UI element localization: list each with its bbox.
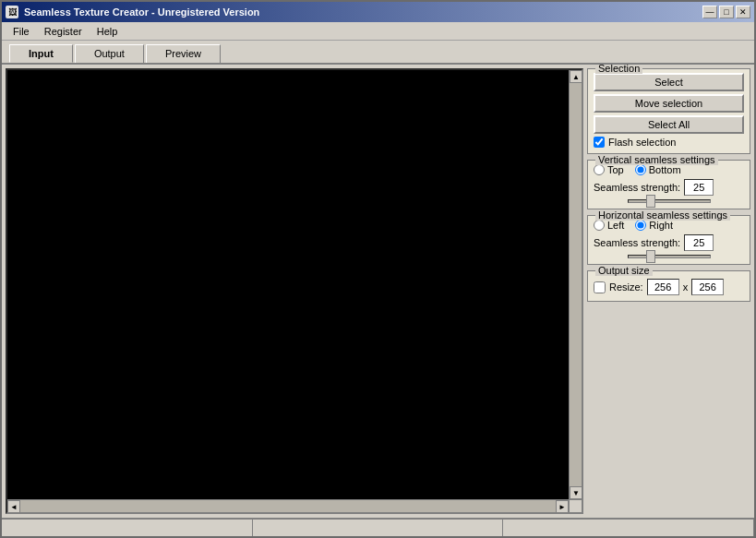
menu-help[interactable]: Help bbox=[90, 24, 126, 39]
flash-selection-label: Flash selection bbox=[608, 137, 676, 148]
flash-selection-row: Flash selection bbox=[594, 137, 744, 148]
scroll-right-button[interactable]: ► bbox=[556, 500, 569, 513]
maximize-button[interactable]: □ bbox=[719, 6, 734, 18]
top-label: Top bbox=[607, 164, 624, 175]
width-input[interactable] bbox=[647, 279, 679, 295]
canvas-area: ▲ ▼ ◄ ► bbox=[6, 68, 583, 514]
title-bar: 🖼 Seamless Texture Creator - Unregistere… bbox=[2, 2, 754, 22]
canvas-black bbox=[7, 70, 582, 512]
resize-label: Resize: bbox=[609, 281, 643, 293]
close-button[interactable]: ✕ bbox=[736, 6, 750, 18]
h-strength-input[interactable] bbox=[684, 234, 714, 251]
title-bar-buttons: — □ ✕ bbox=[702, 6, 750, 18]
h-strength-row: Seamless strength: bbox=[594, 234, 744, 251]
horizontal-scrollbar: ◄ ► bbox=[7, 499, 569, 512]
menu-bar: File Register Help bbox=[2, 22, 754, 41]
vertical-seamless-group: Vertical seamless settings Top Bottom Se… bbox=[587, 160, 750, 209]
h-strength-label: Seamless strength: bbox=[594, 237, 680, 248]
vertical-seamless-title: Vertical seamless settings bbox=[595, 154, 718, 165]
right-panel: Selection Select Move selection Select A… bbox=[583, 65, 754, 518]
horizontal-radio-row: Left Right bbox=[594, 220, 744, 231]
selection-group: Selection Select Move selection Select A… bbox=[587, 68, 750, 154]
selection-group-title: Selection bbox=[595, 63, 642, 74]
status-segment-3 bbox=[503, 519, 754, 536]
right-label: Right bbox=[649, 220, 673, 231]
title-bar-left: 🖼 Seamless Texture Creator - Unregistere… bbox=[6, 6, 259, 18]
x-separator: x bbox=[683, 281, 689, 293]
window-title: Seamless Texture Creator - Unregistered … bbox=[24, 6, 259, 18]
bottom-radio-label: Bottom bbox=[635, 164, 681, 175]
h-slider-row bbox=[594, 255, 744, 258]
h-strength-slider[interactable] bbox=[628, 255, 711, 258]
v-strength-input[interactable] bbox=[684, 179, 714, 196]
output-size-row: Resize: x bbox=[594, 279, 744, 295]
v-strength-label: Seamless strength: bbox=[594, 182, 680, 193]
status-segment-1 bbox=[2, 519, 253, 536]
menu-file[interactable]: File bbox=[6, 24, 37, 39]
status-segment-2 bbox=[253, 519, 504, 536]
status-bar bbox=[2, 518, 754, 536]
move-selection-button[interactable]: Move selection bbox=[594, 94, 744, 113]
main-content: ▲ ▼ ◄ ► Selection Select Move selection … bbox=[2, 63, 754, 518]
output-size-title: Output size bbox=[595, 265, 653, 276]
app-icon: 🖼 bbox=[6, 6, 18, 18]
flash-selection-checkbox[interactable] bbox=[594, 137, 605, 148]
top-radio[interactable] bbox=[594, 164, 605, 175]
resize-checkbox[interactable] bbox=[594, 281, 606, 293]
right-radio[interactable] bbox=[635, 220, 646, 231]
scroll-up-button[interactable]: ▲ bbox=[570, 70, 582, 83]
select-all-button[interactable]: Select All bbox=[594, 115, 744, 134]
top-radio-label: Top bbox=[594, 164, 624, 175]
h-scroll-track bbox=[20, 500, 556, 512]
height-input[interactable] bbox=[691, 279, 724, 295]
output-size-group: Output size Resize: x bbox=[587, 270, 750, 302]
bottom-radio[interactable] bbox=[635, 164, 646, 175]
right-radio-label: Right bbox=[635, 220, 673, 231]
scroll-down-button[interactable]: ▼ bbox=[570, 486, 582, 499]
tabs-bar: Input Output Preview bbox=[2, 41, 754, 63]
scrollbar-corner bbox=[569, 499, 582, 512]
v-slider-row bbox=[594, 199, 744, 203]
bottom-label: Bottom bbox=[649, 164, 681, 175]
v-scroll-track bbox=[570, 83, 582, 486]
main-window: 🖼 Seamless Texture Creator - Unregistere… bbox=[0, 0, 756, 538]
scroll-left-button[interactable]: ◄ bbox=[7, 500, 20, 513]
vertical-radio-row: Top Bottom bbox=[594, 164, 744, 175]
tab-input[interactable]: Input bbox=[9, 44, 73, 63]
minimize-button[interactable]: — bbox=[702, 6, 717, 18]
select-button[interactable]: Select bbox=[594, 73, 744, 91]
menu-register[interactable]: Register bbox=[37, 24, 90, 39]
v-strength-row: Seamless strength: bbox=[594, 179, 744, 196]
horizontal-seamless-group: Horizontal seamless settings Left Right … bbox=[587, 215, 750, 265]
v-strength-slider[interactable] bbox=[628, 199, 711, 203]
tab-preview[interactable]: Preview bbox=[146, 44, 221, 63]
tab-output[interactable]: Output bbox=[75, 44, 144, 63]
left-label: Left bbox=[607, 220, 624, 231]
left-radio-label: Left bbox=[594, 220, 624, 231]
left-radio[interactable] bbox=[594, 220, 605, 231]
horizontal-seamless-title: Horizontal seamless settings bbox=[595, 209, 730, 221]
vertical-scrollbar: ▲ ▼ bbox=[569, 70, 582, 499]
